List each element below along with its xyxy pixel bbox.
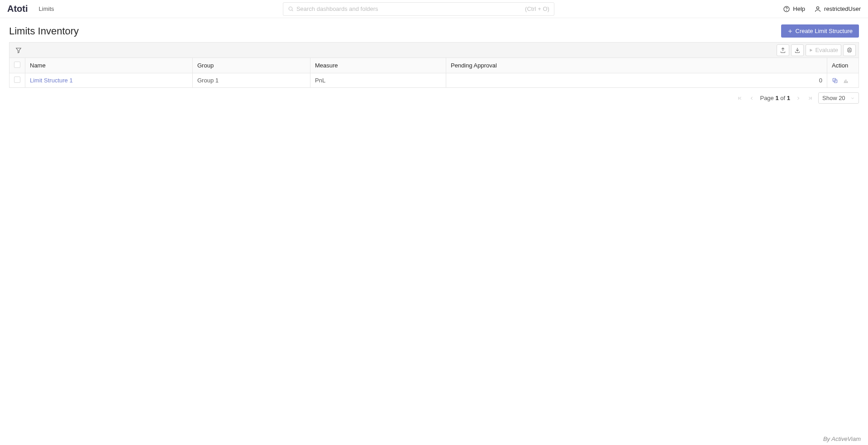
user-icon [814,5,821,13]
username-label: restrictedUser [824,5,861,12]
table-toolbar: Evaluate [9,42,859,57]
first-page-icon [737,96,743,101]
create-button-label: Create Limit Structure [796,28,853,34]
copy-icon [832,77,838,84]
download-icon [794,47,801,53]
row-checkbox[interactable] [14,77,20,83]
select-all-checkbox[interactable] [14,62,20,68]
user-menu[interactable]: restrictedUser [814,5,861,13]
search-shortcut: (Ctrl + O) [525,5,549,12]
svg-marker-8 [810,48,813,52]
chevron-right-icon [796,96,801,101]
chevron-left-icon [749,96,754,101]
header-checkbox-cell [10,58,25,73]
row-checkbox-cell [10,73,25,88]
svg-rect-15 [847,81,848,83]
search-icon [288,6,294,12]
header-group[interactable]: Group [193,58,310,73]
page-header-row: Limits Inventory Create Limit Structure [0,18,868,42]
first-page-button[interactable] [736,95,744,102]
page-title: Limits Inventory [9,25,79,37]
evaluate-button[interactable]: Evaluate [806,44,841,56]
gear-icon [846,47,853,53]
header-pending[interactable]: Pending Approval [446,58,827,73]
last-page-icon [807,96,813,101]
svg-point-9 [849,49,850,51]
search-placeholder: Search dashboards and folders [296,5,525,12]
app-logo[interactable]: Atoti [7,4,28,14]
page-size-select[interactable]: Show 20 [818,92,859,104]
row-group-cell: Group 1 [193,73,310,88]
page-indicator: Page 1 of 1 [760,95,790,101]
page-size-label: Show 20 [822,95,845,101]
plus-icon [787,29,793,34]
app-header: Atoti Limits Search dashboards and folde… [0,0,868,18]
last-page-button[interactable] [806,95,814,102]
row-name-cell: Limit Structure 1 [25,73,193,88]
filter-icon [15,47,22,53]
svg-point-4 [816,6,819,9]
upload-button[interactable] [777,44,789,56]
svg-point-3 [787,10,787,11]
upload-icon [780,47,786,53]
evaluate-label: Evaluate [815,47,838,53]
svg-point-0 [289,7,292,10]
help-label: Help [793,5,805,12]
table-row: Limit Structure 1 Group 1 PnL 0 [10,73,859,88]
header-action: Action [827,58,859,73]
header-right: Help restrictedUser [783,5,861,13]
nav-link-limits[interactable]: Limits [39,5,54,12]
help-button[interactable]: Help [783,5,805,13]
row-pending-cell: 0 [446,73,827,88]
search-input[interactable]: Search dashboards and folders (Ctrl + O) [283,2,554,16]
filter-button[interactable] [12,44,25,56]
next-page-button[interactable] [795,95,802,102]
settings-button[interactable] [843,44,856,56]
svg-rect-13 [844,81,845,83]
pagination: Page 1 of 1 Show 20 [9,88,859,104]
table-container: Evaluate Name Group Measure Pending Appr… [0,42,868,104]
row-measure-cell: PnL [310,73,446,88]
chevron-down-icon [850,96,855,100]
prev-page-button[interactable] [748,95,755,102]
create-limit-structure-button[interactable]: Create Limit Structure [781,24,859,38]
row-action-cell [827,73,859,88]
svg-marker-7 [16,48,21,53]
chart-button[interactable] [843,77,849,84]
limit-structure-link[interactable]: Limit Structure 1 [30,77,73,84]
copy-button[interactable] [832,77,838,84]
svg-rect-14 [845,79,846,82]
play-icon [809,48,813,53]
svg-line-1 [292,10,293,11]
header-measure[interactable]: Measure [310,58,446,73]
search-container: Search dashboards and folders (Ctrl + O) [54,2,783,16]
download-button[interactable] [791,44,804,56]
header-name[interactable]: Name [25,58,193,73]
chart-icon [843,77,849,84]
limits-table: Name Group Measure Pending Approval Acti… [9,57,859,88]
table-header-row: Name Group Measure Pending Approval Acti… [10,58,859,73]
help-icon [783,5,790,13]
